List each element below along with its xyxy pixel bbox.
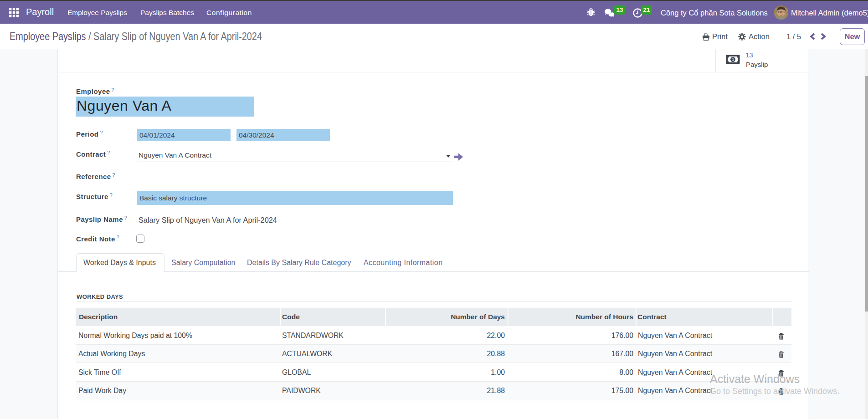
svg-text:1: 1 xyxy=(732,57,734,62)
